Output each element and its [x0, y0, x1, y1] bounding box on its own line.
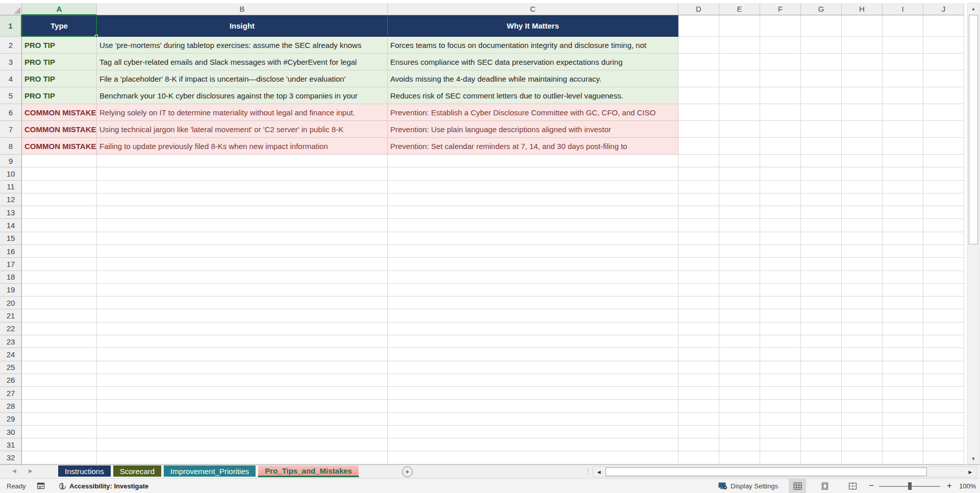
cell-J3[interactable]	[923, 54, 964, 70]
cell-B10[interactable]	[97, 167, 388, 180]
cell-C17[interactable]	[388, 258, 679, 270]
cell-B18[interactable]	[97, 271, 388, 284]
cell-B15[interactable]	[97, 232, 388, 245]
cell-G27[interactable]	[801, 387, 842, 400]
cell-H13[interactable]	[842, 206, 883, 219]
cell-H20[interactable]	[842, 297, 883, 309]
cell-J2[interactable]	[923, 37, 964, 54]
cell-C6[interactable]: Prevention: Establish a Cyber Disclosure…	[388, 104, 679, 121]
cell-C5[interactable]: Reduces risk of SEC comment letters due …	[388, 87, 679, 104]
cell-C15[interactable]	[388, 232, 679, 245]
row-header-7[interactable]: 7	[0, 121, 22, 138]
cell-J27[interactable]	[923, 387, 964, 400]
row-header-16[interactable]: 16	[0, 245, 22, 258]
cell-A8[interactable]: COMMON MISTAKE	[22, 138, 97, 155]
cell-H4[interactable]	[842, 70, 883, 87]
cell-H12[interactable]	[842, 193, 883, 206]
cell-A18[interactable]	[22, 271, 97, 284]
cell-A22[interactable]	[22, 323, 97, 335]
cell-C31[interactable]	[388, 438, 679, 451]
column-header-G[interactable]: G	[801, 3, 842, 15]
cell-J20[interactable]	[923, 297, 964, 309]
cell-E28[interactable]	[719, 400, 760, 412]
cell-H9[interactable]	[842, 155, 883, 167]
column-header-E[interactable]: E	[719, 3, 760, 15]
cell-H6[interactable]	[842, 104, 883, 121]
zoom-level[interactable]: 100%	[959, 479, 976, 493]
row-header-9[interactable]: 9	[0, 155, 22, 167]
page-break-preview-button[interactable]	[844, 479, 861, 493]
cell-C10[interactable]	[388, 167, 679, 180]
cell-F13[interactable]	[760, 206, 801, 219]
cell-D10[interactable]	[679, 167, 719, 180]
cell-E5[interactable]	[719, 87, 760, 104]
row-header-5[interactable]: 5	[0, 87, 22, 104]
cell-G18[interactable]	[801, 271, 842, 284]
cell-H32[interactable]	[842, 451, 883, 464]
cell-A25[interactable]	[22, 361, 97, 374]
cell-B4[interactable]: File a 'placeholder' 8-K if impact is un…	[97, 70, 388, 87]
cell-E8[interactable]	[719, 138, 760, 155]
cell-F22[interactable]	[760, 323, 801, 335]
cell-E26[interactable]	[719, 374, 760, 387]
cell-J28[interactable]	[923, 400, 964, 412]
cell-E31[interactable]	[719, 438, 760, 451]
cell-F28[interactable]	[760, 400, 801, 412]
cell-G25[interactable]	[801, 361, 842, 374]
cell-I8[interactable]	[883, 138, 923, 155]
cell-C30[interactable]	[388, 426, 679, 438]
cell-G28[interactable]	[801, 400, 842, 412]
cell-G1[interactable]	[801, 15, 842, 37]
cell-I11[interactable]	[883, 181, 923, 193]
cell-A32[interactable]	[22, 451, 97, 464]
cell-I10[interactable]	[883, 167, 923, 180]
row-header-19[interactable]: 19	[0, 284, 22, 297]
cell-B28[interactable]	[97, 400, 388, 412]
cell-C20[interactable]	[388, 297, 679, 309]
cell-C9[interactable]	[388, 155, 679, 167]
cell-J30[interactable]	[923, 426, 964, 438]
cell-E19[interactable]	[719, 284, 760, 297]
cell-B3[interactable]: Tag all cyber-related emails and Slack m…	[97, 54, 388, 70]
cell-H17[interactable]	[842, 258, 883, 270]
cell-H22[interactable]	[842, 323, 883, 335]
cell-B12[interactable]	[97, 193, 388, 206]
cell-G7[interactable]	[801, 121, 842, 138]
cell-A23[interactable]	[22, 335, 97, 348]
cell-D31[interactable]	[679, 438, 719, 451]
sheet-tab-improvement-priorities[interactable]: Improvement_Priorities	[163, 465, 256, 477]
cell-D5[interactable]	[679, 87, 719, 104]
cell-A19[interactable]	[22, 284, 97, 297]
cell-C32[interactable]	[388, 451, 679, 464]
sheet-tab-scorecard[interactable]: Scorecard	[113, 465, 162, 477]
cell-E25[interactable]	[719, 361, 760, 374]
cell-F12[interactable]	[760, 193, 801, 206]
cell-D16[interactable]	[679, 245, 719, 258]
cell-B9[interactable]	[97, 155, 388, 167]
cell-J31[interactable]	[923, 438, 964, 451]
cell-I18[interactable]	[883, 271, 923, 284]
sheet-tab-pro-tips-and-mistakes[interactable]: Pro_Tips_and_Mistakes	[258, 465, 359, 477]
cell-F14[interactable]	[760, 219, 801, 232]
cell-I28[interactable]	[883, 400, 923, 412]
add-sheet-button[interactable]: +	[402, 466, 413, 477]
row-header-18[interactable]: 18	[0, 271, 22, 284]
cell-F16[interactable]	[760, 245, 801, 258]
cell-A28[interactable]	[22, 400, 97, 412]
cell-D11[interactable]	[679, 181, 719, 193]
cell-E32[interactable]	[719, 451, 760, 464]
cell-D7[interactable]	[679, 121, 719, 138]
cell-I31[interactable]	[883, 438, 923, 451]
row-header-6[interactable]: 6	[0, 104, 22, 121]
cell-A21[interactable]	[22, 309, 97, 322]
cell-J32[interactable]	[923, 451, 964, 464]
cell-D27[interactable]	[679, 387, 719, 400]
cell-F24[interactable]	[760, 348, 801, 361]
row-header-3[interactable]: 3	[0, 54, 22, 70]
cell-I9[interactable]	[883, 155, 923, 167]
cell-A7[interactable]: COMMON MISTAKE	[22, 121, 97, 138]
cell-D23[interactable]	[679, 335, 719, 348]
cell-A31[interactable]	[22, 438, 97, 451]
cell-G17[interactable]	[801, 258, 842, 270]
cell-C16[interactable]	[388, 245, 679, 258]
